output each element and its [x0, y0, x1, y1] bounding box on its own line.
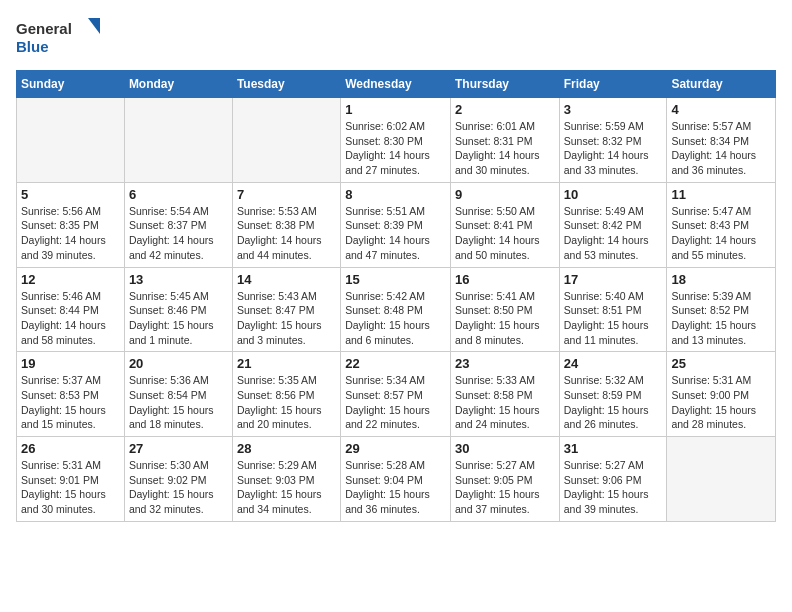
calendar-week-5: 26Sunrise: 5:31 AM Sunset: 9:01 PM Dayli…	[17, 437, 776, 522]
calendar-cell: 7Sunrise: 5:53 AM Sunset: 8:38 PM Daylig…	[232, 182, 340, 267]
calendar-cell: 4Sunrise: 5:57 AM Sunset: 8:34 PM Daylig…	[667, 98, 776, 183]
day-info: Sunrise: 5:39 AM Sunset: 8:52 PM Dayligh…	[671, 289, 771, 348]
day-number: 21	[237, 356, 336, 371]
day-number: 8	[345, 187, 446, 202]
calendar-cell: 22Sunrise: 5:34 AM Sunset: 8:57 PM Dayli…	[341, 352, 451, 437]
calendar-cell: 18Sunrise: 5:39 AM Sunset: 8:52 PM Dayli…	[667, 267, 776, 352]
day-info: Sunrise: 5:40 AM Sunset: 8:51 PM Dayligh…	[564, 289, 663, 348]
svg-marker-2	[88, 18, 100, 34]
calendar-cell: 6Sunrise: 5:54 AM Sunset: 8:37 PM Daylig…	[124, 182, 232, 267]
day-number: 1	[345, 102, 446, 117]
weekday-header-wednesday: Wednesday	[341, 71, 451, 98]
day-info: Sunrise: 5:53 AM Sunset: 8:38 PM Dayligh…	[237, 204, 336, 263]
day-info: Sunrise: 5:27 AM Sunset: 9:06 PM Dayligh…	[564, 458, 663, 517]
calendar-cell	[124, 98, 232, 183]
day-info: Sunrise: 5:32 AM Sunset: 8:59 PM Dayligh…	[564, 373, 663, 432]
day-info: Sunrise: 5:31 AM Sunset: 9:01 PM Dayligh…	[21, 458, 120, 517]
calendar-cell: 13Sunrise: 5:45 AM Sunset: 8:46 PM Dayli…	[124, 267, 232, 352]
calendar-table: SundayMondayTuesdayWednesdayThursdayFrid…	[16, 70, 776, 522]
day-number: 10	[564, 187, 663, 202]
calendar-cell: 26Sunrise: 5:31 AM Sunset: 9:01 PM Dayli…	[17, 437, 125, 522]
day-number: 25	[671, 356, 771, 371]
weekday-header-monday: Monday	[124, 71, 232, 98]
day-info: Sunrise: 5:43 AM Sunset: 8:47 PM Dayligh…	[237, 289, 336, 348]
day-number: 28	[237, 441, 336, 456]
calendar-cell	[232, 98, 340, 183]
day-info: Sunrise: 5:37 AM Sunset: 8:53 PM Dayligh…	[21, 373, 120, 432]
day-info: Sunrise: 5:56 AM Sunset: 8:35 PM Dayligh…	[21, 204, 120, 263]
day-info: Sunrise: 5:41 AM Sunset: 8:50 PM Dayligh…	[455, 289, 555, 348]
calendar-cell: 19Sunrise: 5:37 AM Sunset: 8:53 PM Dayli…	[17, 352, 125, 437]
day-number: 3	[564, 102, 663, 117]
day-info: Sunrise: 5:34 AM Sunset: 8:57 PM Dayligh…	[345, 373, 446, 432]
day-number: 26	[21, 441, 120, 456]
weekday-header-saturday: Saturday	[667, 71, 776, 98]
page-header: General Blue	[16, 16, 776, 58]
calendar-cell: 25Sunrise: 5:31 AM Sunset: 9:00 PM Dayli…	[667, 352, 776, 437]
day-info: Sunrise: 5:28 AM Sunset: 9:04 PM Dayligh…	[345, 458, 446, 517]
calendar-week-3: 12Sunrise: 5:46 AM Sunset: 8:44 PM Dayli…	[17, 267, 776, 352]
day-number: 11	[671, 187, 771, 202]
calendar-cell: 10Sunrise: 5:49 AM Sunset: 8:42 PM Dayli…	[559, 182, 667, 267]
day-number: 17	[564, 272, 663, 287]
day-info: Sunrise: 5:45 AM Sunset: 8:46 PM Dayligh…	[129, 289, 228, 348]
day-info: Sunrise: 5:47 AM Sunset: 8:43 PM Dayligh…	[671, 204, 771, 263]
day-info: Sunrise: 5:50 AM Sunset: 8:41 PM Dayligh…	[455, 204, 555, 263]
day-info: Sunrise: 5:27 AM Sunset: 9:05 PM Dayligh…	[455, 458, 555, 517]
day-info: Sunrise: 5:46 AM Sunset: 8:44 PM Dayligh…	[21, 289, 120, 348]
day-number: 18	[671, 272, 771, 287]
day-info: Sunrise: 6:02 AM Sunset: 8:30 PM Dayligh…	[345, 119, 446, 178]
day-info: Sunrise: 5:54 AM Sunset: 8:37 PM Dayligh…	[129, 204, 228, 263]
weekday-header-row: SundayMondayTuesdayWednesdayThursdayFrid…	[17, 71, 776, 98]
calendar-week-1: 1Sunrise: 6:02 AM Sunset: 8:30 PM Daylig…	[17, 98, 776, 183]
calendar-cell: 28Sunrise: 5:29 AM Sunset: 9:03 PM Dayli…	[232, 437, 340, 522]
day-number: 5	[21, 187, 120, 202]
day-number: 13	[129, 272, 228, 287]
day-info: Sunrise: 5:49 AM Sunset: 8:42 PM Dayligh…	[564, 204, 663, 263]
day-number: 19	[21, 356, 120, 371]
calendar-cell: 1Sunrise: 6:02 AM Sunset: 8:30 PM Daylig…	[341, 98, 451, 183]
day-info: Sunrise: 6:01 AM Sunset: 8:31 PM Dayligh…	[455, 119, 555, 178]
calendar-cell: 2Sunrise: 6:01 AM Sunset: 8:31 PM Daylig…	[450, 98, 559, 183]
calendar-cell: 9Sunrise: 5:50 AM Sunset: 8:41 PM Daylig…	[450, 182, 559, 267]
calendar-cell: 14Sunrise: 5:43 AM Sunset: 8:47 PM Dayli…	[232, 267, 340, 352]
calendar-cell: 30Sunrise: 5:27 AM Sunset: 9:05 PM Dayli…	[450, 437, 559, 522]
calendar-cell: 21Sunrise: 5:35 AM Sunset: 8:56 PM Dayli…	[232, 352, 340, 437]
day-number: 7	[237, 187, 336, 202]
calendar-cell: 15Sunrise: 5:42 AM Sunset: 8:48 PM Dayli…	[341, 267, 451, 352]
weekday-header-friday: Friday	[559, 71, 667, 98]
day-number: 29	[345, 441, 446, 456]
calendar-cell: 17Sunrise: 5:40 AM Sunset: 8:51 PM Dayli…	[559, 267, 667, 352]
weekday-header-tuesday: Tuesday	[232, 71, 340, 98]
svg-text:General: General	[16, 20, 72, 37]
calendar-cell: 23Sunrise: 5:33 AM Sunset: 8:58 PM Dayli…	[450, 352, 559, 437]
weekday-header-sunday: Sunday	[17, 71, 125, 98]
calendar-week-2: 5Sunrise: 5:56 AM Sunset: 8:35 PM Daylig…	[17, 182, 776, 267]
day-info: Sunrise: 5:29 AM Sunset: 9:03 PM Dayligh…	[237, 458, 336, 517]
day-number: 24	[564, 356, 663, 371]
day-info: Sunrise: 5:36 AM Sunset: 8:54 PM Dayligh…	[129, 373, 228, 432]
day-number: 30	[455, 441, 555, 456]
calendar-cell: 8Sunrise: 5:51 AM Sunset: 8:39 PM Daylig…	[341, 182, 451, 267]
weekday-header-thursday: Thursday	[450, 71, 559, 98]
day-number: 15	[345, 272, 446, 287]
day-info: Sunrise: 5:59 AM Sunset: 8:32 PM Dayligh…	[564, 119, 663, 178]
calendar-cell	[667, 437, 776, 522]
logo-svg: General Blue	[16, 16, 106, 58]
calendar-cell	[17, 98, 125, 183]
logo: General Blue	[16, 16, 106, 58]
day-info: Sunrise: 5:42 AM Sunset: 8:48 PM Dayligh…	[345, 289, 446, 348]
day-number: 6	[129, 187, 228, 202]
calendar-cell: 12Sunrise: 5:46 AM Sunset: 8:44 PM Dayli…	[17, 267, 125, 352]
day-info: Sunrise: 5:51 AM Sunset: 8:39 PM Dayligh…	[345, 204, 446, 263]
day-number: 2	[455, 102, 555, 117]
day-number: 20	[129, 356, 228, 371]
calendar-cell: 5Sunrise: 5:56 AM Sunset: 8:35 PM Daylig…	[17, 182, 125, 267]
calendar-cell: 16Sunrise: 5:41 AM Sunset: 8:50 PM Dayli…	[450, 267, 559, 352]
calendar-cell: 24Sunrise: 5:32 AM Sunset: 8:59 PM Dayli…	[559, 352, 667, 437]
day-info: Sunrise: 5:57 AM Sunset: 8:34 PM Dayligh…	[671, 119, 771, 178]
day-info: Sunrise: 5:30 AM Sunset: 9:02 PM Dayligh…	[129, 458, 228, 517]
calendar-cell: 29Sunrise: 5:28 AM Sunset: 9:04 PM Dayli…	[341, 437, 451, 522]
day-number: 22	[345, 356, 446, 371]
day-number: 12	[21, 272, 120, 287]
